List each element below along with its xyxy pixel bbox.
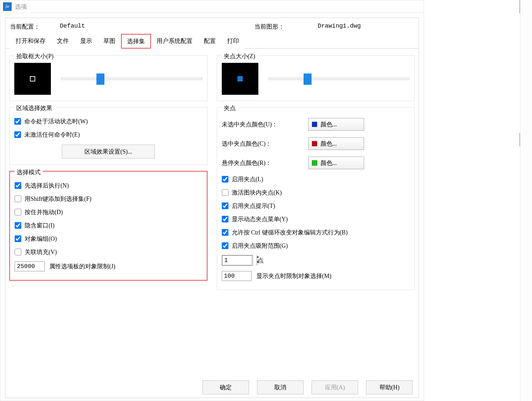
area-effect-settings-button[interactable]: 区域效果设置(S)... <box>62 145 155 159</box>
profile-value: Default <box>60 23 85 31</box>
tab-open-save[interactable]: 打开和保存 <box>10 34 51 49</box>
options-dialog: 当前配置： Default 当前图形： Drawing1.dwg 打开和保存 文… <box>5 18 419 398</box>
hover-color-label: 悬停夹点颜色(R)： <box>222 159 308 167</box>
tab-file[interactable]: 文件 <box>51 34 74 49</box>
pickbox-title: 拾取框大小(P) <box>14 52 56 60</box>
app-icon: iw <box>3 2 12 11</box>
swatch-blue <box>312 122 317 127</box>
check-block-grips[interactable]: 激活图块内夹点(K) <box>222 186 410 199</box>
check-command-active[interactable]: 命令处于活动状态时(W) <box>14 115 202 128</box>
tab-print[interactable]: 打印 <box>221 34 245 49</box>
attr-limit-input[interactable] <box>15 261 45 271</box>
drawing-label: 当前图形： <box>254 23 284 31</box>
area-effect-title: 区域选择效果 <box>14 104 54 112</box>
grip-limit-label: 显示夹点时限制对象选择(M) <box>256 272 332 280</box>
check-object-group[interactable]: 对象编组(O) <box>15 232 202 245</box>
unselected-color-label: 未选中夹点颜色(U)： <box>222 120 308 128</box>
group-grips: 夹点 未选中夹点颜色(U)： 颜色... 选中夹点颜色(C)： <box>217 107 415 290</box>
drawing-value: Drawing1.dwg <box>318 23 361 31</box>
pickbox-preview <box>14 63 51 95</box>
points-label: 点 <box>258 256 264 264</box>
grips-title: 夹点 <box>222 104 238 112</box>
tab-strip: 打开和保存 文件 显示 草图 选择集 用户系统配置 配置 打印 <box>5 34 419 49</box>
gripsize-preview <box>222 63 258 95</box>
select-mode-title: 选择模式 <box>15 168 43 176</box>
window-title: 选项 <box>15 3 27 11</box>
check-grip-tips[interactable]: 启用夹点提示(T) <box>222 199 410 212</box>
tab-selection[interactable]: 选择集 <box>121 34 151 49</box>
group-pickbox: 拾取框大小(P) <box>9 55 207 101</box>
check-press-drag[interactable]: 按住并拖动(D) <box>15 205 202 219</box>
apply-button[interactable]: 应用(A) <box>312 380 358 394</box>
check-snap-range[interactable]: 启用夹点吸附范围(G) <box>222 239 410 252</box>
check-implied-window[interactable]: 隐含窗口(I) <box>15 219 202 232</box>
ok-button[interactable]: 确定 <box>202 380 249 394</box>
hover-color-button[interactable]: 颜色... <box>308 157 364 169</box>
check-assoc-hatch[interactable]: 关联填充(V) <box>15 245 202 259</box>
unselected-color-button[interactable]: 颜色... <box>308 118 364 131</box>
grip-limit-input[interactable] <box>222 271 252 281</box>
swatch-red <box>312 141 317 146</box>
selected-color-button[interactable]: 颜色... <box>308 137 364 150</box>
cancel-button[interactable]: 取消 <box>257 380 304 394</box>
side-strip <box>520 0 532 401</box>
group-area-effect: 区域选择效果 命令处于活动状态时(W) 未激活任何命令时(E) 区域效果设置(S… <box>9 107 207 165</box>
attr-limit-label: 属性选项板的对象限制(J) <box>49 262 115 270</box>
gripsize-slider[interactable] <box>268 77 410 80</box>
pickbox-slider[interactable] <box>61 77 202 80</box>
titlebar: iw 选项 <box>0 0 424 13</box>
check-noun-verb[interactable]: 先选择后执行(N) <box>15 179 202 192</box>
tab-sketch[interactable]: 草图 <box>98 34 121 49</box>
check-enable-grips[interactable]: 启用夹点(L) <box>222 173 410 186</box>
dialog-footer: 确定 取消 应用(A) 帮助(H) <box>202 380 413 394</box>
check-ctrl-cycle[interactable]: 允许按 Ctrl 键循环改变对象编辑方式行为(B) <box>222 226 410 239</box>
check-use-shift[interactable]: 用Shift键添加到选择集(F) <box>15 192 202 205</box>
selected-color-label: 选中夹点颜色(C)： <box>222 140 308 148</box>
check-no-command[interactable]: 未激活任何命令时(E) <box>14 128 202 141</box>
group-select-mode: 选择模式 先选择后执行(N) 用Shift键添加到选择集(F) 按住并拖动(D)… <box>9 171 207 281</box>
tab-display[interactable]: 显示 <box>74 34 98 49</box>
help-button[interactable]: 帮助(H) <box>366 380 413 394</box>
points-spinner[interactable]: ▲▼ <box>222 255 253 266</box>
profile-label: 当前配置： <box>10 23 40 31</box>
info-row: 当前配置： Default 当前图形： Drawing1.dwg <box>5 21 419 34</box>
swatch-green <box>312 160 317 166</box>
tab-config[interactable]: 配置 <box>198 34 221 49</box>
tab-user-system[interactable]: 用户系统配置 <box>151 34 198 49</box>
gripsize-title: 夹点大小(Z) <box>222 52 257 60</box>
group-gripsize: 夹点大小(Z) <box>217 55 415 101</box>
check-dynamic-menu[interactable]: 显示动态夹点菜单(Y) <box>222 212 410 226</box>
